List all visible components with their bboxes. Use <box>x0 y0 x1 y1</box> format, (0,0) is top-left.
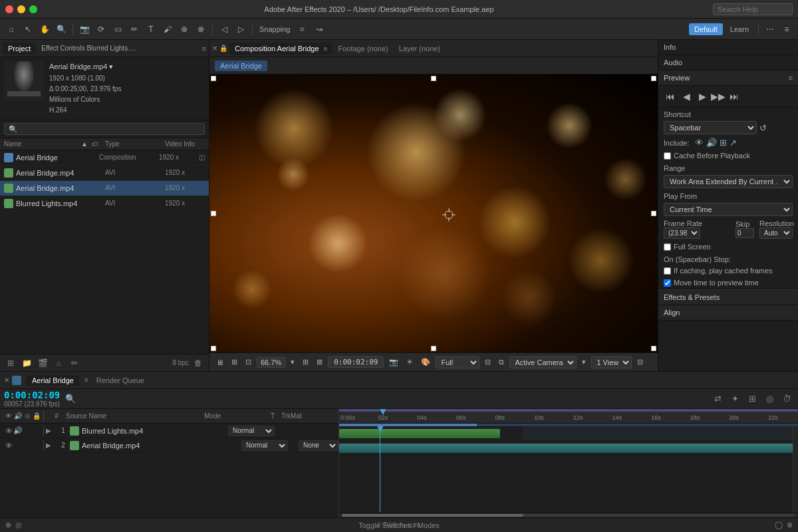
show-snapshot-btn[interactable]: ☀ <box>404 356 416 368</box>
select-tool[interactable]: ↖ <box>21 22 35 37</box>
layer-collapse-2[interactable]: ▶ <box>46 442 57 449</box>
camera-orbit-tool[interactable]: ⟳ <box>94 22 108 37</box>
comp-tab-active[interactable]: Composition Aerial Bridge ≡ <box>229 43 332 55</box>
align-right-tool[interactable]: ▷ <box>233 22 248 37</box>
handle-mt[interactable] <box>431 76 436 81</box>
quality-select[interactable]: Full Half Quarter <box>436 356 479 368</box>
handle-br[interactable] <box>651 346 656 351</box>
expand-tool[interactable]: ⋯ <box>763 22 777 37</box>
include-audio-icon[interactable]: 🔊 <box>706 138 717 148</box>
handle-ml[interactable] <box>211 211 216 216</box>
zoom-menu-btn[interactable]: ▾ <box>288 356 297 368</box>
viewer-grid-btn[interactable]: ⊞ <box>229 356 240 368</box>
include-export-icon[interactable]: ↗ <box>730 138 737 148</box>
layer-row-2[interactable]: 👁 ▶ 2 Aerial Bridge.mp4 Normal None <box>0 438 338 453</box>
minimize-button[interactable] <box>17 5 25 13</box>
info-panel-header[interactable]: Info <box>658 40 798 55</box>
preview-menu-icon[interactable]: ≡ <box>789 74 793 82</box>
tab-project[interactable]: Project <box>3 43 36 55</box>
track-bar-layer-1[interactable] <box>339 429 500 438</box>
handle-mb[interactable] <box>431 346 436 351</box>
include-overlay-icon[interactable]: ⊞ <box>720 138 727 148</box>
project-search-input[interactable] <box>4 123 205 135</box>
tab-effect-controls[interactable]: Effect Controls Blurred Lights.mp4 <box>36 43 142 54</box>
tl-tool-1[interactable]: ⇄ <box>710 392 725 406</box>
footage-button[interactable]: 🎬 <box>36 356 49 370</box>
fit-frame-btn[interactable]: ⊞ <box>300 356 311 368</box>
align-left-tool[interactable]: ◁ <box>217 22 231 37</box>
range-select[interactable]: Work Area Extended By Current … <box>664 175 793 188</box>
delete-button[interactable]: 🗑 <box>192 356 205 370</box>
transparency-btn[interactable]: ⧉ <box>496 356 507 368</box>
settings-tool[interactable]: ≡ <box>779 22 794 37</box>
include-video-icon[interactable]: 👁 <box>695 138 704 148</box>
view-menu-btn[interactable]: ⊟ <box>634 356 646 368</box>
track-row-1[interactable] <box>339 426 798 441</box>
first-frame-btn[interactable]: ⏮ <box>664 90 677 103</box>
comp-name-tag[interactable]: Aerial Bridge <box>215 61 267 71</box>
play-btn[interactable]: ▶ <box>696 90 709 103</box>
layer-trkmat-select-2[interactable]: None <box>299 440 338 451</box>
frame-rate-select[interactable]: (23.98) <box>664 227 700 239</box>
file-item-0[interactable]: Aerial Bridge Composition 1920 x ◫ <box>0 150 209 166</box>
zoom-display[interactable]: 66.7% <box>257 357 285 368</box>
resolution-select[interactable]: Auto <box>759 227 793 239</box>
file-item-2[interactable]: Aerial Bridge.mp4 AVI 1920 x <box>0 181 209 196</box>
audio-panel-header[interactable]: Audio <box>658 55 798 70</box>
camera-tool[interactable]: 📷 <box>77 22 92 37</box>
clone-tool[interactable]: ⊕ <box>177 22 192 37</box>
snapping-toggle[interactable]: ⌗ <box>295 22 310 37</box>
viewer-area[interactable] <box>209 74 658 352</box>
camera-select[interactable]: Active Camera <box>509 356 577 368</box>
brush-project-btn[interactable]: ⌂ <box>52 356 65 370</box>
comp-tab-close[interactable]: ✕ <box>212 45 217 52</box>
rect-tool[interactable]: ▭ <box>110 22 125 37</box>
handle-bl[interactable] <box>211 346 216 351</box>
prev-frame-btn[interactable]: ◀ <box>680 90 693 103</box>
tl-tool-2[interactable]: ✦ <box>728 392 742 406</box>
timeline-scrollbar[interactable] <box>339 512 798 517</box>
layer-audio-1[interactable]: 🔊 <box>13 426 23 436</box>
panel-menu-icon[interactable]: ≡ <box>202 45 206 53</box>
file-item-1[interactable]: Aerial Bridge.mp4 AVI 1920 x <box>0 166 209 181</box>
skip-input[interactable] <box>735 228 754 238</box>
layer-mode-2[interactable]: Normal <box>241 440 288 451</box>
camera-menu-btn[interactable]: ▾ <box>579 356 589 368</box>
timeline-tab-active[interactable]: Aerial Bridge <box>27 375 79 386</box>
fullscreen-checkbox[interactable] <box>664 243 671 251</box>
viewer-safe-btn[interactable]: ⊡ <box>243 356 254 368</box>
move-time-checkbox[interactable] <box>664 279 671 287</box>
timeline-menu-icon[interactable]: ≡ <box>84 376 88 384</box>
layer-vis-2[interactable]: 👁 <box>4 441 13 450</box>
handle-tl[interactable] <box>211 76 216 81</box>
timeline-timecode[interactable]: 0:00:02:09 <box>4 390 60 400</box>
timecode-display[interactable]: 0:00:02:09 <box>328 356 384 368</box>
cached-frames-checkbox[interactable] <box>664 267 671 275</box>
handle-tr[interactable] <box>651 76 656 81</box>
puppet-tool[interactable]: ⊗ <box>194 22 208 37</box>
tl-tool-5[interactable]: ⏱ <box>779 392 794 406</box>
zoom-tool[interactable]: 🔍 <box>54 22 68 37</box>
shortcut-reset-btn[interactable]: ↺ <box>759 123 767 133</box>
file-item-3[interactable]: Blurred Lights.mp4 AVI 1920 x <box>0 196 209 211</box>
workspace-button[interactable]: Default <box>689 23 723 35</box>
track-row-2[interactable] <box>339 441 798 456</box>
timeline-tab-close[interactable]: ✕ <box>4 376 9 384</box>
pixel-aspect-btn[interactable]: ⊠ <box>314 356 325 368</box>
cache-checkbox[interactable] <box>664 152 671 160</box>
last-frame-btn[interactable]: ⏭ <box>728 90 741 103</box>
search-input[interactable] <box>713 3 793 15</box>
layer-vis-1[interactable]: 👁 <box>4 426 13 436</box>
toggle-modes-label[interactable]: Toggle Switches / Modes <box>358 521 440 529</box>
layer-collapse-1[interactable]: ▶ <box>46 427 57 434</box>
brush-tool[interactable]: 🖌 <box>160 22 175 37</box>
region-btn[interactable]: ⊟ <box>482 356 493 368</box>
play-from-select[interactable]: Current Time <box>664 203 793 216</box>
footage-tab[interactable]: Footage (none) <box>332 43 393 55</box>
new-comp-button[interactable]: ⊞ <box>4 356 17 370</box>
edit-button[interactable]: ✏ <box>68 356 81 370</box>
layer-mode-1[interactable]: Normal <box>228 426 275 436</box>
viewer-monitor-btn[interactable]: 🖥 <box>213 357 226 368</box>
home-tool[interactable]: ⌂ <box>4 22 19 37</box>
snapshot-btn[interactable]: 📷 <box>386 356 401 368</box>
